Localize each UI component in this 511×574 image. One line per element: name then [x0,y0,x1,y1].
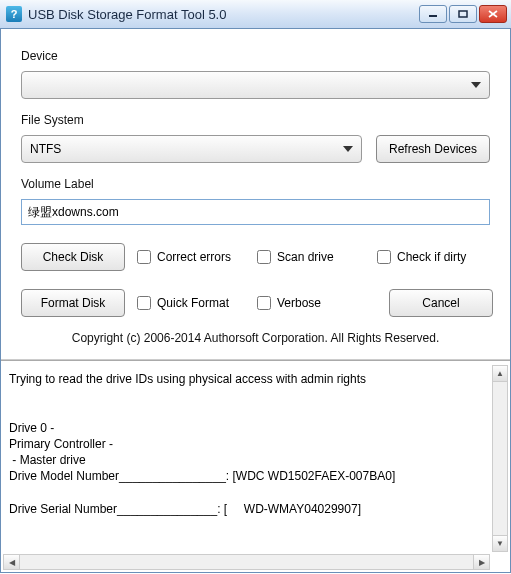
close-icon [488,10,498,18]
window-controls [419,5,507,23]
check-disk-button[interactable]: Check Disk [21,243,125,271]
form-panel: Device File System NTFS Refresh Devices … [1,29,510,360]
maximize-icon [458,10,468,18]
scroll-up-button[interactable]: ▲ [493,366,507,382]
app-icon: ? [6,6,22,22]
verbose-label: Verbose [277,296,321,310]
horizontal-scrollbar[interactable]: ◀ ▶ [3,554,490,570]
check-disk-row: Check Disk Correct errors Scan drive Che… [21,243,490,271]
check-if-dirty-label: Check if dirty [397,250,466,264]
cancel-button[interactable]: Cancel [389,289,493,317]
correct-errors-checkbox[interactable]: Correct errors [137,250,245,264]
check-if-dirty-input[interactable] [377,250,391,264]
format-disk-row: Format Disk Quick Format Verbose Cancel [21,289,490,317]
titlebar: ? USB Disk Storage Format Tool 5.0 [0,0,511,29]
device-combo[interactable] [21,71,490,99]
scroll-left-button[interactable]: ◀ [4,555,20,569]
scroll-down-button[interactable]: ▼ [493,535,507,551]
quick-format-checkbox[interactable]: Quick Format [137,296,245,310]
chevron-down-icon [343,146,353,152]
maximize-button[interactable] [449,5,477,23]
correct-errors-label: Correct errors [157,250,231,264]
log-output: Trying to read the drive IDs using physi… [1,361,510,572]
minimize-button[interactable] [419,5,447,23]
format-disk-button[interactable]: Format Disk [21,289,125,317]
copyright-text: Copyright (c) 2006-2014 Authorsoft Corpo… [21,331,490,345]
vertical-scrollbar[interactable]: ▲ ▼ [492,365,508,552]
close-button[interactable] [479,5,507,23]
scroll-right-button[interactable]: ▶ [473,555,489,569]
file-system-combo-value: NTFS [30,142,61,156]
check-if-dirty-checkbox[interactable]: Check if dirty [377,250,485,264]
verbose-input[interactable] [257,296,271,310]
chevron-down-icon [471,82,481,88]
refresh-devices-button[interactable]: Refresh Devices [376,135,490,163]
log-panel: Trying to read the drive IDs using physi… [1,360,510,572]
scan-drive-input[interactable] [257,250,271,264]
volume-label-input[interactable] [21,199,490,225]
file-system-label: File System [21,113,490,127]
quick-format-input[interactable] [137,296,151,310]
volume-label-label: Volume Label [21,177,490,191]
scan-drive-checkbox[interactable]: Scan drive [257,250,365,264]
file-system-combo[interactable]: NTFS [21,135,362,163]
client-area: Device File System NTFS Refresh Devices … [0,29,511,573]
minimize-icon [428,10,438,18]
quick-format-label: Quick Format [157,296,229,310]
svg-rect-1 [459,11,467,17]
verbose-checkbox[interactable]: Verbose [257,296,365,310]
correct-errors-input[interactable] [137,250,151,264]
file-system-row: NTFS Refresh Devices [21,135,490,163]
scan-drive-label: Scan drive [277,250,334,264]
window-title: USB Disk Storage Format Tool 5.0 [28,7,413,22]
device-label: Device [21,49,490,63]
